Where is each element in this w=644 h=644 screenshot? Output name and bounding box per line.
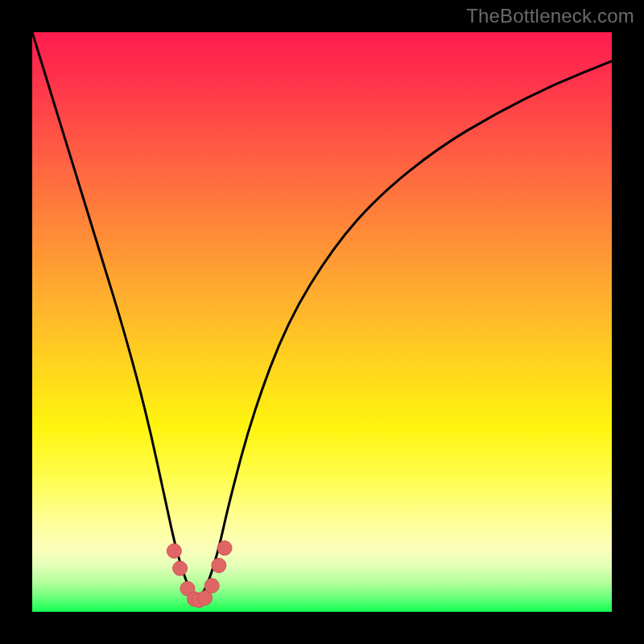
watermark-text: TheBottleneck.com bbox=[466, 5, 634, 27]
curve-marker bbox=[167, 543, 181, 558]
chart-frame: TheBottleneck.com bbox=[0, 0, 644, 644]
bottleneck-curve-path bbox=[32, 32, 612, 597]
curve-marker bbox=[212, 558, 226, 572]
bottleneck-curve-markers bbox=[167, 541, 232, 608]
chart-svg bbox=[32, 32, 612, 612]
bottleneck-curve bbox=[32, 32, 612, 597]
curve-marker bbox=[204, 579, 219, 593]
curve-marker bbox=[173, 561, 188, 576]
plot-area bbox=[32, 32, 612, 612]
curve-marker bbox=[217, 541, 232, 555]
